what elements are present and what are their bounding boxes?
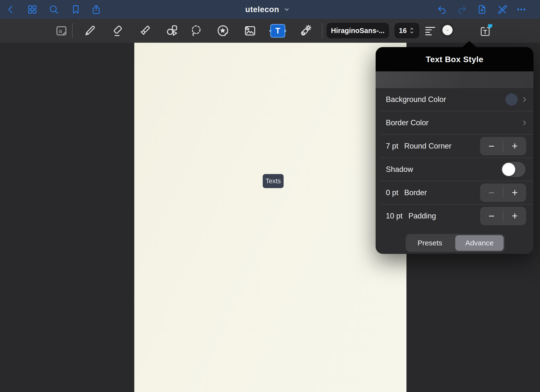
highlighter-icon xyxy=(138,24,151,37)
svg-text:a: a xyxy=(59,28,62,34)
ellipsis-icon xyxy=(516,4,527,15)
row-label: Padding xyxy=(408,212,436,220)
presets-tab[interactable]: Presets xyxy=(406,234,454,252)
align-left-icon xyxy=(424,25,437,37)
notebook-title-button[interactable]: utelecon xyxy=(245,0,290,19)
bookmark-icon xyxy=(70,4,81,15)
plus-button[interactable]: + xyxy=(503,207,526,225)
note-page[interactable] xyxy=(134,43,406,392)
toolbar-divider xyxy=(322,23,322,38)
shapes-tool-button[interactable] xyxy=(165,24,178,37)
lasso-tool-button[interactable] xyxy=(190,24,203,37)
notes-app-window: utelecon xyxy=(0,0,540,392)
read-mode-icon: a xyxy=(55,24,68,37)
heart-badge-icon xyxy=(487,23,493,30)
eraser-tool-button[interactable] xyxy=(111,24,124,37)
border-width-value: 0 pt xyxy=(386,188,398,197)
popover-header: Text Box Style xyxy=(376,47,533,71)
lasso-icon xyxy=(190,24,203,37)
laser-pointer-icon xyxy=(299,24,312,37)
sticker-icon xyxy=(216,24,229,37)
tools-bar: a xyxy=(0,19,540,43)
text-color-button[interactable] xyxy=(440,23,455,37)
nav-bar: utelecon xyxy=(0,0,540,19)
text-style-favorites-button[interactable] xyxy=(479,24,495,39)
image-icon xyxy=(244,24,257,37)
chevron-down-icon xyxy=(445,28,450,33)
text-box-style-popover: Text Box Style Background Color Border C… xyxy=(376,47,533,254)
size-up-down-icon xyxy=(409,26,415,35)
document-grid-button[interactable] xyxy=(27,4,38,15)
share-button[interactable] xyxy=(91,4,101,15)
selection-handle-left xyxy=(269,30,271,32)
plus-button[interactable]: + xyxy=(503,137,526,155)
undo-button[interactable] xyxy=(437,4,447,15)
text-box-content: Texts xyxy=(265,177,281,185)
row-label: Shadow xyxy=(386,165,413,174)
shapes-icon xyxy=(165,24,178,37)
font-size-value: 16 xyxy=(399,27,407,35)
row-padding: 10 pt Padding − + xyxy=(376,205,533,227)
chevron-down-icon xyxy=(283,6,290,13)
current-color-swatch xyxy=(442,25,453,35)
row-label: Border Color xyxy=(386,118,429,127)
background-color-swatch xyxy=(506,93,518,106)
exit-annotation-button[interactable] xyxy=(497,4,507,15)
pen-tool-button[interactable] xyxy=(83,24,96,37)
add-page-icon xyxy=(477,4,487,15)
text-align-button[interactable] xyxy=(424,25,437,37)
search-icon xyxy=(49,4,59,15)
popover-arrow xyxy=(462,41,477,48)
canvas-text-box[interactable]: Texts xyxy=(263,174,284,188)
text-tool-glyph: T xyxy=(275,26,280,35)
font-size-stepper[interactable]: 16 xyxy=(395,23,419,38)
toggle-knob xyxy=(502,163,515,176)
read-mode-button[interactable]: a xyxy=(55,24,68,37)
round-corner-stepper: − + xyxy=(480,137,526,155)
share-icon xyxy=(91,4,101,15)
advance-tab-selected[interactable]: Advance xyxy=(455,235,504,251)
popover-title: Text Box Style xyxy=(426,55,483,64)
highlighter-tool-button[interactable] xyxy=(138,24,151,37)
row-background-color[interactable]: Background Color xyxy=(376,88,533,111)
padding-value: 10 pt xyxy=(386,212,403,220)
search-button[interactable] xyxy=(49,4,59,15)
row-shadow: Shadow xyxy=(376,158,533,181)
chevron-right-icon xyxy=(521,96,528,103)
shadow-toggle-off[interactable] xyxy=(501,162,525,177)
image-tool-button[interactable] xyxy=(244,24,257,37)
laser-pointer-button[interactable] xyxy=(299,24,312,37)
pen-icon xyxy=(83,24,96,37)
minus-button[interactable]: − xyxy=(480,137,503,155)
notebook-title: utelecon xyxy=(245,5,279,14)
row-label: Border xyxy=(404,188,427,197)
chevron-left-icon xyxy=(6,4,16,15)
round-corner-value: 7 pt xyxy=(386,142,398,150)
bookmark-button[interactable] xyxy=(70,4,81,15)
add-page-button[interactable] xyxy=(477,4,487,15)
grid-icon xyxy=(27,4,38,15)
crossed-pencil-icon xyxy=(497,4,507,15)
row-label: Background Color xyxy=(386,95,446,104)
font-family-button[interactable]: HiraginoSans-... xyxy=(327,23,389,38)
redo-button[interactable] xyxy=(457,4,467,15)
popover-preview-strip xyxy=(376,71,533,88)
minus-button-disabled[interactable]: − xyxy=(480,183,503,202)
toolbar-divider xyxy=(72,23,73,38)
selection-handle-right xyxy=(284,30,286,32)
minus-button[interactable]: − xyxy=(480,207,503,225)
undo-icon xyxy=(437,4,447,15)
text-tool-button-selected[interactable]: T xyxy=(270,24,285,38)
back-button[interactable] xyxy=(6,4,16,15)
sticker-tool-button[interactable] xyxy=(216,24,229,37)
row-border-width: 0 pt Border − + xyxy=(376,181,533,204)
more-button[interactable] xyxy=(516,4,527,15)
eraser-icon xyxy=(111,24,124,37)
plus-button[interactable]: + xyxy=(503,183,526,202)
row-border-color[interactable]: Border Color xyxy=(376,111,533,134)
border-width-stepper: − + xyxy=(480,183,526,202)
redo-icon xyxy=(457,4,467,15)
row-label: Round Corner xyxy=(404,142,452,150)
padding-stepper: − + xyxy=(480,207,526,225)
font-family-value: HiraginoSans-... xyxy=(331,27,385,35)
